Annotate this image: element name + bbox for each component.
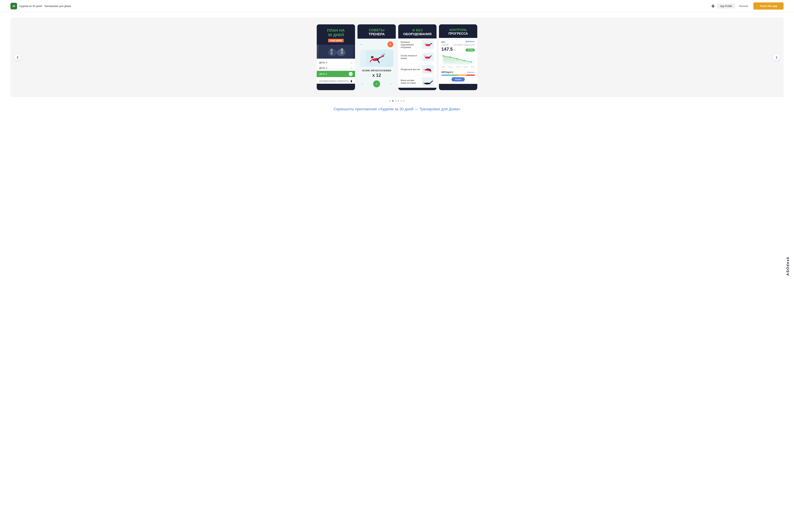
s1-photo [317,45,355,59]
svg-rect-4 [331,51,332,55]
brand-label: ASOdesk [786,256,790,276]
s3-title-line1: ⊘ БЕЗ [401,28,434,32]
s1-header: ПЛАН НА 30 ДНЕЙ У ВАС ДОМА [317,24,355,45]
main-content: ❮ ПЛАН НА 30 ДНЕЙ У ВАС ДОМА [0,12,794,122]
screenshots-wrapper: ПЛАН НА 30 ДНЕЙ У ВАС ДОМА [23,24,771,90]
s3-header: ⊘ БЕЗ ОБОРУДОВАНИЯ [398,24,437,38]
dot-5[interactable] [401,100,402,102]
s2-exercise-count: х 12 [360,73,393,78]
android-icon [711,4,715,8]
app-icon: 30 [11,3,17,10]
s2-body: ← [357,39,396,90]
s2-header: СОВЕТЫ ТРЕНЕРА [357,24,396,39]
dot-1[interactable] [389,100,391,102]
s3-exercise-row-2: Ослик лягается влево [398,51,437,63]
tab-app-profile[interactable]: App Profile [717,4,735,8]
page-caption: Скриншоты приложения «Худеем за 30 дней … [11,107,783,118]
svg-rect-6 [341,51,343,54]
caption-text: Скриншоты приложения «Худеем за 30 дней … [334,107,460,111]
svg-point-42 [449,57,450,58]
s1-footer: СЕГОДНЯ МОЖНО ОТДОХНУТЬ 📱 [317,78,355,84]
carousel-dots [11,100,783,102]
exercise-check-btn[interactable]: ✓ [373,80,380,87]
screenshot-4: КОНТРОЛЬ ПРОГРЕССА ВЕС Добавить Текущий … [439,24,477,90]
svg-line-14 [379,62,379,63]
svg-point-45 [470,61,472,63]
svg-point-35 [424,83,430,84]
app-name: Худеем за 30 дней - Тренировки для Дома [19,4,709,7]
day-row-4: ДЕНЬ 4 ✓ [319,65,353,71]
weight-chart [441,53,475,64]
s3-body: Боковые скручивания полулежа [398,38,437,88]
dot-2[interactable] [392,100,393,102]
s1-days: ДЕНЬ 3 ✓ ДЕНЬ 4 ✓ ДЕНЬ 5 0% [317,59,355,78]
bmi-section: ИМТ(kg/m²) : Изменить Норма [441,70,475,81]
svg-point-43 [457,58,458,59]
s2-exercise-img [360,50,393,67]
bmi-change-btn[interactable]: Изменить [467,71,475,73]
svg-point-3 [330,49,333,51]
s3-exercise-row-3: Ягодичный мостик [398,63,437,76]
s1-badge: У ВАС ДОМА [328,39,344,42]
nav-tabs: App Profile Reviews [717,4,751,8]
screenshot-gallery: ❮ ПЛАН НА 30 ДНЕЙ У ВАС ДОМА [11,17,783,97]
video-btn[interactable] [387,41,393,48]
dot-6[interactable] [403,100,405,102]
s4-body: ВЕС Добавить Текущий Последние тридцать … [439,38,477,84]
track-app-button[interactable]: Track this app [753,2,783,10]
svg-point-10 [371,56,374,58]
svg-point-30 [424,71,432,73]
screenshot-2: СОВЕТЫ ТРЕНЕРА ← [357,24,396,90]
s3-exercise-row-4: Махи ногами лежа на спине [398,76,437,88]
dot-4[interactable] [398,100,399,102]
s3-exercise-row-1: Боковые скручивания полулежа [398,38,437,51]
top-bar: 30 Худеем за 30 дней - Тренировки для До… [0,0,794,12]
svg-point-41 [443,55,444,56]
svg-point-5 [340,48,344,51]
day-row-3: ДЕНЬ 3 ✓ [319,60,353,65]
dot-3[interactable] [395,100,396,102]
tab-reviews[interactable]: Reviews [736,4,751,8]
bmi-bar [441,75,475,76]
gallery-prev-arrow[interactable]: ❮ [14,54,21,61]
bmi-status-button[interactable]: Норма [451,77,465,81]
add-weight-btn[interactable]: Добавить [466,40,475,42]
gallery-next-arrow[interactable]: ❯ [773,54,780,61]
screenshot-3: ⊘ БЕЗ ОБОРУДОВАНИЯ Боковые скручивания п… [398,24,437,90]
svg-point-31 [423,69,425,71]
screenshot-1: ПЛАН НА 30 ДНЕЙ У ВАС ДОМА [317,24,355,90]
svg-line-12 [370,61,371,62]
day-row-5: ДЕНЬ 5 0% [317,71,355,77]
s4-header: КОНТРОЛЬ ПРОГРЕССА [439,24,477,38]
s1-title: ПЛАН НА 30 ДНЕЙ [319,28,352,37]
svg-point-26 [424,55,426,57]
s2-exercise-label: ОСЛИК ЛЯГАЕТСЯ ВЛЕВО [360,69,393,72]
svg-point-44 [464,60,465,61]
